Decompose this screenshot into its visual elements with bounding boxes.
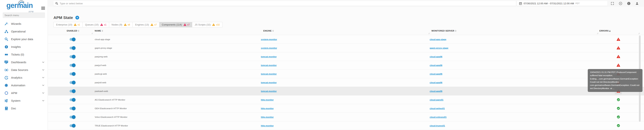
column-header-monitored-server[interactable]: MONITORED SERVER <box>432 30 456 32</box>
tab[interactable]: Queues (10) x1 <box>83 22 109 28</box>
chevron-down-icon[interactable] <box>42 68 45 71</box>
table-row[interactable]: TRUE Elasticsearch HTTP Monitor http-mon… <box>48 121 644 130</box>
component-name: Volvo Elasticsearch HTTP Monitor <box>95 116 127 118</box>
table-row[interactable]: AG Elasticsearch HTTP Monitor http-monit… <box>48 96 644 104</box>
enabled-toggle[interactable] <box>70 81 75 84</box>
status-icon[interactable] <box>615 114 622 120</box>
monitored-server-link[interactable]: cloud-gehes01 <box>430 107 445 110</box>
sidebar-item-wizards[interactable]: Wizards <box>0 20 48 28</box>
column-resize-handle[interactable]: // <box>597 33 598 34</box>
table-row[interactable]: paekawh-web tomcat-monitor cloud-app06 <box>48 87 644 96</box>
table-row[interactable]: paejvid-web tomcat-monitor cloud-app06 <box>48 78 644 87</box>
sidebar-item-insights[interactable]: Insights <box>0 43 48 51</box>
status-icon[interactable] <box>615 36 622 42</box>
status-icon[interactable] <box>615 54 622 60</box>
chevron-down-icon[interactable] <box>42 92 45 94</box>
table-row[interactable]: paekcgi-web tomcat-monitor cloud-app06 <box>48 70 644 78</box>
fullscreen-icon[interactable] <box>610 2 614 5</box>
sidebar-item-data-sources[interactable]: Data Sources <box>0 66 48 74</box>
hamburger-menu-icon[interactable] <box>41 7 45 10</box>
monitored-server-link[interactable]: cloud-app06 <box>430 90 442 92</box>
enabled-toggle[interactable] <box>70 38 75 41</box>
column-resize-handle[interactable]: // <box>428 33 430 34</box>
sidebar-item-apm[interactable]: APM <box>0 89 48 97</box>
global-search-input[interactable] <box>60 2 514 5</box>
column-header-name[interactable]: NAME <box>95 30 103 32</box>
tab-label: Enterprise (10) <box>56 23 72 26</box>
column-resize-handle[interactable]: // <box>92 33 93 34</box>
column-header-errors[interactable]: ERRORS <box>599 30 610 32</box>
tab[interactable]: Engines (13) x7 <box>132 22 159 28</box>
monitored-server-link[interactable]: gapm-proxy-stage <box>430 47 448 49</box>
enabled-toggle[interactable] <box>70 72 75 75</box>
engine-link[interactable]: tomcat-monitor <box>261 82 276 84</box>
table-row[interactable]: paejycf-web tomcat-monitor cloud-app06 <box>48 61 644 70</box>
enabled-toggle[interactable] <box>70 116 75 118</box>
enabled-toggle[interactable] <box>70 90 75 92</box>
engine-link[interactable]: http-monitor <box>261 124 274 127</box>
tab[interactable]: Enterprise (10) x1 <box>54 22 83 28</box>
global-search[interactable] <box>54 1 516 6</box>
user-icon[interactable] <box>635 2 639 5</box>
engine-link[interactable]: system-monitor <box>261 47 277 49</box>
sidebar-item-analytics[interactable]: Analytics <box>0 74 48 82</box>
play-circle-icon[interactable] <box>619 2 622 5</box>
engine-link[interactable]: tomcat-monitor <box>261 64 276 66</box>
sidebar-item-operational[interactable]: Operational <box>0 28 48 35</box>
engine-link[interactable]: tomcat-monitor <box>261 73 276 75</box>
chevron-down-icon[interactable] <box>42 84 45 87</box>
sidebar-item-dashboards[interactable]: Dashboards <box>0 58 48 66</box>
add-button[interactable]: + <box>76 16 79 20</box>
monitored-server-link[interactable]: cloud-app06 <box>430 64 442 66</box>
tab[interactable]: Components (114) x7 <box>160 22 192 28</box>
monitored-server-link[interactable]: cloud-app06 <box>430 73 442 75</box>
chevron-down-icon[interactable] <box>42 76 45 79</box>
monitored-server-link[interactable]: cloud-app06 <box>430 82 442 84</box>
monitored-server-link[interactable]: cloud-app-stage <box>430 38 446 40</box>
tab[interactable]: JS Scripts (32) x32 <box>192 22 222 28</box>
monitored-server-link[interactable]: cloud-truees01 <box>430 124 445 127</box>
date-range-picker[interactable]: 07/30/2021 12:00 AM - 07/31/2021 12:00 A… <box>517 1 608 6</box>
chevron-down-icon[interactable] <box>42 99 45 102</box>
column-resize-handle[interactable]: // <box>638 33 640 34</box>
engine-link[interactable]: http-monitor <box>261 116 274 118</box>
enabled-toggle[interactable] <box>70 47 75 49</box>
enabled-toggle[interactable] <box>70 55 75 58</box>
sidebar-item-explore[interactable]: Explore your data <box>0 35 48 43</box>
column-header-enabled[interactable]: ENABLED <box>67 30 79 32</box>
status-icon[interactable] <box>615 105 622 112</box>
tab[interactable]: Nodes (9) x8 <box>109 22 133 28</box>
table-row[interactable]: paejzmg-web tomcat-monitor cloud-app06 <box>48 52 644 61</box>
engine-link[interactable]: http-monitor <box>261 99 274 101</box>
monitored-server-link[interactable]: cloud-ages01 <box>430 99 444 101</box>
enabled-toggle[interactable] <box>70 124 75 127</box>
table-row[interactable]: cloud-app-stage system-monitor cloud-app… <box>48 35 644 44</box>
table-row[interactable]: Volvo Elasticsearch HTTP Monitor http-mo… <box>48 113 644 121</box>
engine-link[interactable]: tomcat-monitor <box>261 90 276 92</box>
monitored-server-link[interactable]: cloud-volvoes01 <box>430 116 446 118</box>
engine-link[interactable]: system-monitor <box>261 38 277 40</box>
sidebar-item-automation[interactable]: Automation <box>0 82 48 89</box>
table-row[interactable]: GEH Elasticsearch HTTP Monitor http-moni… <box>48 104 644 113</box>
sidebar-item-system[interactable]: System <box>0 97 48 104</box>
enabled-toggle[interactable] <box>70 107 75 110</box>
status-icon[interactable] <box>615 62 622 68</box>
component-name: TRUE Elasticsearch HTTP Monitor <box>95 124 128 127</box>
status-icon[interactable] <box>615 96 622 103</box>
status-icon[interactable] <box>615 45 622 51</box>
engine-link[interactable]: http-monitor <box>261 107 274 110</box>
monitored-server-link[interactable]: cloud-app06 <box>430 56 442 58</box>
sidebar-item-doc[interactable]: Doc <box>0 104 48 112</box>
component-name: AG Elasticsearch HTTP Monitor <box>95 99 125 101</box>
enabled-toggle[interactable] <box>70 64 75 66</box>
engine-link[interactable]: tomcat-monitor <box>261 56 276 58</box>
table-body: cloud-app-stage system-monitor cloud-app… <box>48 35 644 130</box>
status-icon[interactable] <box>615 122 622 129</box>
sidebar-item-tickets[interactable]: Tickets (0) <box>0 51 48 58</box>
chevron-down-icon[interactable] <box>42 61 45 64</box>
enabled-toggle[interactable] <box>70 98 75 101</box>
table-row[interactable]: gapm-proxy-stage system-monitor gapm-pro… <box>48 44 644 52</box>
info-icon[interactable] <box>627 2 630 5</box>
column-header-engine[interactable]: ENGINE <box>263 30 274 32</box>
sidebar-search-input[interactable] <box>3 12 45 18</box>
